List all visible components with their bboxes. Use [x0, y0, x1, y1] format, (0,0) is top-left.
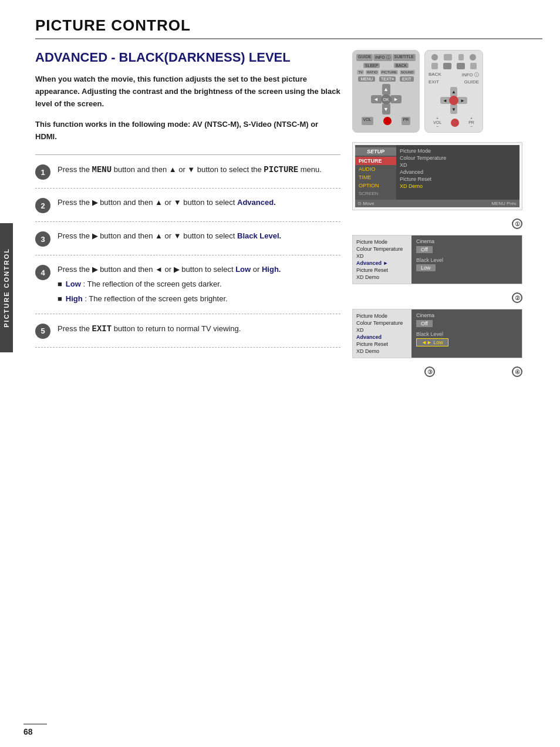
menu-right-xd-demo: XD Demo — [400, 183, 516, 190]
ok-btn: OK — [381, 94, 392, 105]
note-text: This function works in the following mod… — [35, 119, 340, 143]
menu-right-advanced: Advanced — [400, 169, 516, 176]
nav-left: ◄ — [371, 95, 382, 103]
r2-pr-plus: + — [468, 116, 474, 120]
r2-btn8 — [470, 63, 477, 69]
menu-right-xd: XD — [400, 161, 516, 169]
s2-low-box: Low — [416, 264, 436, 271]
r2-nav-up: ▲ — [450, 87, 457, 96]
menu-right-panel-1: Picture Mode Colour Temperature XD Advan… — [396, 145, 519, 200]
step-content-1: Press the MENU button and then ▲ or ▼ bu… — [58, 163, 340, 176]
r2-btn6 — [443, 63, 451, 69]
s3-black-level-title: Black Level — [416, 331, 517, 337]
step-2: 2 Press the ▶ button and then ▲ or ▼ but… — [35, 189, 340, 222]
back-btn: BACK — [394, 63, 409, 68]
info-btn: INFO ⓘ — [373, 54, 392, 61]
step-number-4: 4 — [35, 265, 50, 280]
menu-item-picture: PICTURE — [355, 157, 396, 165]
menu-left-panel-1: SETUP PICTURE AUDIO TIME OPTION SCREEN — [355, 145, 396, 200]
s2-xd: XD — [356, 253, 408, 260]
r2-nav-left: ◄ — [440, 97, 450, 104]
right-column: GUIDE INFO ⓘ SUBTITLE SLEEP BACK TV RATI… — [352, 50, 522, 383]
menu-item-screen: SCREEN — [355, 190, 396, 197]
sound-btn: SOUND — [400, 70, 415, 75]
mute-btn — [383, 117, 392, 125]
s2-left-panel: Picture Mode Colour Temperature XD Advan… — [353, 235, 411, 284]
s2-cinema-label: Cinema — [416, 238, 517, 244]
bullet-low-label: Low — [66, 280, 81, 288]
menu-header-1: SETUP — [355, 147, 396, 156]
menu-right-picture-reset: Picture Reset — [400, 176, 516, 183]
menu-right-picture-mode: Picture Mode — [400, 147, 516, 154]
steps-list: 1 Press the MENU button and then ▲ or ▼ … — [35, 154, 340, 347]
menu-footer-1: ⊙ Move MENU Prev. — [355, 200, 519, 207]
step-1: 1 Press the MENU button and then ▲ or ▼ … — [35, 154, 340, 189]
menu-screen-2: Picture Mode Colour Temperature XD Advan… — [352, 235, 522, 284]
menu-item-time: TIME — [355, 173, 396, 181]
text-btn: TEXT≡ — [379, 76, 396, 82]
subtitle-btn: SUBTITLE — [393, 54, 416, 61]
step-content-2: Press the ▶ button and then ▲ or ▼ butto… — [58, 197, 340, 209]
ratio-btn: RATIO — [366, 70, 379, 75]
step-number-1: 1 — [35, 164, 50, 180]
r2-btn5 — [431, 63, 438, 69]
r2-vol-minus: − — [433, 124, 441, 129]
s3-left-panel: Picture Mode Colour Temperature XD Advan… — [353, 309, 411, 358]
high-label: High. — [262, 265, 281, 274]
r2-btn1 — [431, 54, 438, 60]
sleep-btn: SLEEP — [363, 63, 380, 68]
step-5: 5 Press the EXIT button to return to nor… — [35, 314, 340, 348]
left-column: ADVANCED - BLACK(DARKNESS) LEVEL When yo… — [35, 50, 340, 383]
r2-nav-down: ▼ — [450, 105, 457, 114]
side-tab: PICTURE CONTROL — [0, 223, 13, 352]
s2-advanced: Advanced ► — [356, 260, 408, 267]
s3-off-box: Off — [416, 320, 433, 327]
r2-fav-btn — [451, 119, 459, 127]
menu-btn: MENU — [358, 76, 375, 82]
s2-black-level-title: Black Level — [416, 257, 517, 263]
s2-right-panel: Cinema Off Black Level Low — [411, 235, 522, 284]
nav-up: ▲ — [382, 84, 390, 95]
menu-screen-3: Picture Mode Colour Temperature XD Advan… — [352, 309, 522, 358]
step-3: 3 Press the ▶ button and then ▲ or ▼ but… — [35, 222, 340, 255]
r2-nav-right: ► — [458, 97, 467, 104]
s3-right-panel: Cinema Off Black Level ◄► Low — [411, 309, 522, 358]
r2-vol-label: + — [433, 116, 441, 120]
s2-colour-temp: Colour Temperature — [356, 245, 408, 253]
s3-xd: XD — [356, 327, 408, 334]
picture-label: PICTURE — [264, 165, 298, 174]
r2-vol-label2: VOL — [433, 120, 441, 124]
menu-screen-1: SETUP PICTURE AUDIO TIME OPTION SCREEN P… — [352, 142, 522, 210]
menu-label: MENU — [92, 165, 112, 174]
screen2-number: ② — [352, 292, 522, 305]
page-title: PICTURE CONTROL — [35, 16, 542, 39]
step-content-5: Press the EXIT button to return to norma… — [58, 322, 340, 335]
s2-off-box: Off — [416, 246, 433, 253]
step-number-5: 5 — [35, 324, 50, 339]
r2-pr-minus: − — [468, 124, 474, 129]
bullet-high-label: High — [66, 294, 83, 303]
remote-right: BACK INFO ⓘ EXIT GUIDE ▲ ▼ ◄ ► — [424, 50, 483, 133]
exit-label: EXIT — [92, 324, 112, 334]
s2-picture-reset: Picture Reset — [356, 267, 408, 274]
r2-pr-label: PR — [468, 120, 474, 124]
picture-btn: PICTURE — [380, 70, 398, 75]
nav-right: ► — [391, 95, 402, 103]
screen34-numbers: ③ ④ — [352, 366, 522, 379]
s3-advanced: Advanced — [356, 334, 408, 341]
guide-label: GUIDE — [464, 79, 479, 85]
r2-btn7 — [457, 63, 465, 69]
menu-item-option: OPTION — [355, 181, 396, 190]
screen1-number: ① — [352, 218, 522, 231]
s2-picture-mode: Picture Mode — [356, 238, 408, 245]
side-tab-label: PICTURE CONTROL — [3, 248, 10, 328]
r2-btn3 — [458, 54, 464, 60]
exit-label2: EXIT — [429, 79, 439, 85]
s2-xd-demo: XD Demo — [356, 274, 408, 281]
remote-left: GUIDE INFO ⓘ SUBTITLE SLEEP BACK TV RATI… — [352, 50, 420, 133]
r2-btn2 — [444, 54, 452, 60]
r2-ok-btn — [449, 96, 458, 105]
back-label: BACK — [429, 72, 441, 78]
menu-footer-prev: MENU Prev. — [491, 201, 517, 206]
bullet-high: ■High : The reflection of the screen get… — [58, 293, 340, 305]
